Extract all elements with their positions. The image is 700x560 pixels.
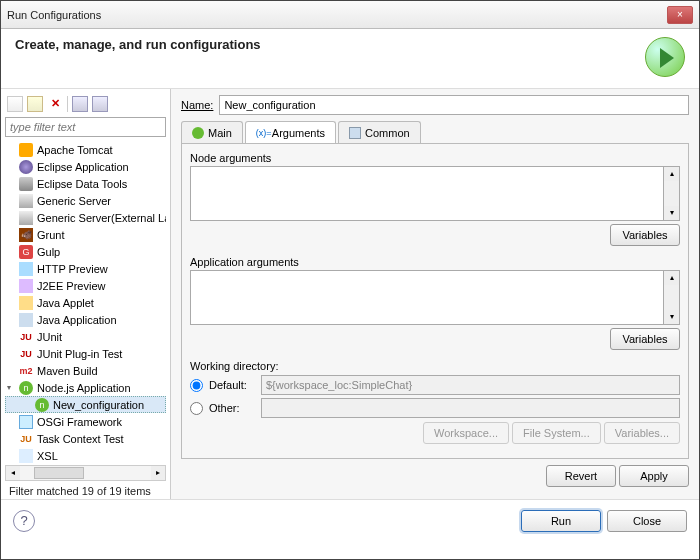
dialog-header: Create, manage, and run configurations bbox=[1, 29, 699, 89]
tree-item-label: Java Applet bbox=[37, 297, 94, 309]
tree-item-type[interactable]: Apache Tomcat bbox=[5, 141, 166, 158]
arguments-tab-icon: (x)= bbox=[256, 127, 268, 139]
dialog-footer: ? Run Close bbox=[1, 499, 699, 541]
tree-item-label: Generic Server bbox=[37, 195, 111, 207]
sidebar-toolbar: ✕ bbox=[5, 93, 166, 115]
junit-icon: JU bbox=[19, 347, 33, 361]
close-window-button[interactable]: × bbox=[667, 6, 693, 24]
tree-item-type[interactable]: Generic Server(External Launch) bbox=[5, 209, 166, 226]
srv-icon bbox=[19, 194, 33, 208]
revert-button[interactable]: Revert bbox=[546, 465, 616, 487]
working-dir-label: Working directory: bbox=[190, 360, 680, 372]
tree-item-type[interactable]: OSGi Framework bbox=[5, 413, 166, 430]
default-radio-label: Default: bbox=[209, 379, 255, 391]
tree-item-type[interactable]: HTTP Preview bbox=[5, 260, 166, 277]
tree-item-type[interactable]: Eclipse Data Tools bbox=[5, 175, 166, 192]
scroll-right-icon[interactable]: ▸ bbox=[151, 466, 165, 480]
other-radio[interactable] bbox=[190, 402, 203, 415]
help-icon[interactable]: ? bbox=[13, 510, 35, 532]
node-args-textarea[interactable] bbox=[190, 166, 664, 221]
main-tab-icon bbox=[192, 127, 204, 139]
default-radio[interactable] bbox=[190, 379, 203, 392]
tree-item-type[interactable]: GGulp bbox=[5, 243, 166, 260]
gulp-icon: G bbox=[19, 245, 33, 259]
tab-main[interactable]: Main bbox=[181, 121, 243, 143]
new-config-icon[interactable] bbox=[7, 96, 23, 112]
tree-item-config[interactable]: nNew_configuration bbox=[5, 396, 166, 413]
tree-item-label: Java Application bbox=[37, 314, 117, 326]
tree-item-type[interactable]: JUJUnit Plug-in Test bbox=[5, 345, 166, 362]
junit-icon: JU bbox=[19, 330, 33, 344]
arguments-panel: Node arguments ▴▾ Variables Application … bbox=[181, 143, 689, 459]
app-args-textarea[interactable] bbox=[190, 270, 664, 325]
tree-item-label: Gulp bbox=[37, 246, 60, 258]
tab-arguments[interactable]: (x)=Arguments bbox=[245, 121, 336, 143]
tree-item-type[interactable]: Eclipse Application bbox=[5, 158, 166, 175]
tree-item-type[interactable]: JUTask Context Test bbox=[5, 430, 166, 447]
eclipse-icon bbox=[19, 160, 33, 174]
tree-item-type[interactable]: nNode.js Application bbox=[5, 379, 166, 396]
tree-item-label: Generic Server(External Launch) bbox=[37, 212, 166, 224]
workspace-button: Workspace... bbox=[423, 422, 509, 444]
window-title: Run Configurations bbox=[7, 9, 667, 21]
tree-item-type[interactable]: XSL bbox=[5, 447, 166, 463]
other-radio-label: Other: bbox=[209, 402, 255, 414]
tree-item-type[interactable]: Generic Server bbox=[5, 192, 166, 209]
wd-variables-button: Variables... bbox=[604, 422, 680, 444]
applet-icon bbox=[19, 296, 33, 310]
tomcat-icon bbox=[19, 143, 33, 157]
other-dir-input bbox=[261, 398, 680, 418]
node-icon: n bbox=[19, 381, 33, 395]
duplicate-config-icon[interactable] bbox=[27, 96, 43, 112]
filter-input[interactable] bbox=[5, 117, 166, 137]
apply-button[interactable]: Apply bbox=[619, 465, 689, 487]
tree-item-type[interactable]: J2EE Preview bbox=[5, 277, 166, 294]
name-input[interactable] bbox=[219, 95, 689, 115]
run-button[interactable]: Run bbox=[521, 510, 601, 532]
scroll-left-icon[interactable]: ◂ bbox=[6, 466, 20, 480]
tree-item-label: Grunt bbox=[37, 229, 65, 241]
db-icon bbox=[19, 177, 33, 191]
tree-item-type[interactable]: Java Application bbox=[5, 311, 166, 328]
toolbar-separator bbox=[67, 96, 68, 112]
horizontal-scrollbar[interactable]: ◂ ▸ bbox=[5, 465, 166, 481]
sidebar: ✕ Apache TomcatEclipse ApplicationEclips… bbox=[1, 89, 171, 499]
tree-item-label: Eclipse Data Tools bbox=[37, 178, 127, 190]
j2ee-icon bbox=[19, 279, 33, 293]
http-icon bbox=[19, 262, 33, 276]
tab-bar: Main (x)=Arguments Common bbox=[181, 121, 689, 143]
app-args-scrollbar[interactable]: ▴▾ bbox=[664, 270, 680, 325]
tree-item-type[interactable]: Java Applet bbox=[5, 294, 166, 311]
filter-status: Filter matched 19 of 19 items bbox=[5, 483, 166, 499]
collapse-all-icon[interactable] bbox=[72, 96, 88, 112]
tree-item-type[interactable]: m2Maven Build bbox=[5, 362, 166, 379]
close-button[interactable]: Close bbox=[607, 510, 687, 532]
filesystem-button: File System... bbox=[512, 422, 601, 444]
tree-item-label: J2EE Preview bbox=[37, 280, 105, 292]
tree-item-label: New_configuration bbox=[53, 399, 144, 411]
app-args-label: Application arguments bbox=[190, 256, 680, 268]
common-tab-icon bbox=[349, 127, 361, 139]
default-dir-input bbox=[261, 375, 680, 395]
config-tree[interactable]: Apache TomcatEclipse ApplicationEclipse … bbox=[5, 139, 166, 463]
task-icon: JU bbox=[19, 432, 33, 446]
m2-icon: m2 bbox=[19, 364, 33, 378]
osgi-icon bbox=[19, 415, 33, 429]
tree-item-label: Task Context Test bbox=[37, 433, 124, 445]
scroll-thumb[interactable] bbox=[34, 467, 84, 479]
node-args-scrollbar[interactable]: ▴▾ bbox=[664, 166, 680, 221]
tab-common[interactable]: Common bbox=[338, 121, 421, 143]
tree-item-label: JUnit bbox=[37, 331, 62, 343]
filter-menu-icon[interactable] bbox=[92, 96, 108, 112]
tree-item-label: Node.js Application bbox=[37, 382, 131, 394]
tree-item-label: XSL bbox=[37, 450, 58, 462]
tree-item-label: Eclipse Application bbox=[37, 161, 129, 173]
node-args-variables-button[interactable]: Variables bbox=[610, 224, 680, 246]
delete-config-icon[interactable]: ✕ bbox=[47, 96, 63, 112]
tree-item-type[interactable]: 🐗Grunt bbox=[5, 226, 166, 243]
app-args-variables-button[interactable]: Variables bbox=[610, 328, 680, 350]
srv-icon bbox=[19, 211, 33, 225]
tree-item-type[interactable]: JUJUnit bbox=[5, 328, 166, 345]
node-icon: n bbox=[35, 398, 49, 412]
java-icon bbox=[19, 313, 33, 327]
